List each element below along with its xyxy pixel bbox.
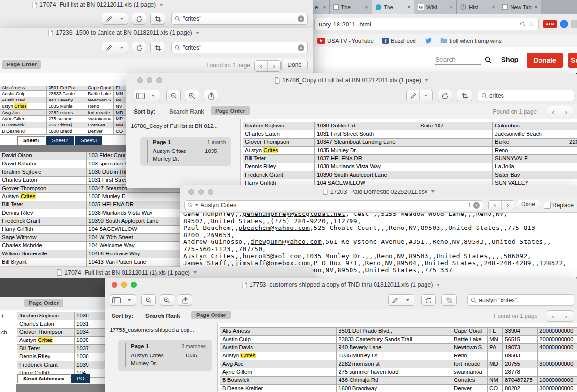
- page-search-icon[interactable]: [520, 21, 526, 27]
- textedit-window-17203-csv[interactable]: Gene Humphrey,,genehumphrey@sbcglobal.ne…: [180, 185, 577, 278]
- rotate-button[interactable]: [132, 42, 146, 53]
- bookmark-star-icon[interactable]: ☆: [528, 21, 534, 28]
- titlebar[interactable]: 17236_1500 to Janice at BN 01182011.xls …: [0, 28, 313, 38]
- prev-match-button[interactable]: ‹: [547, 106, 560, 117]
- find-field[interactable]: Austyn Crites 1 ×: [184, 200, 483, 210]
- sheet-tab[interactable]: PO: [71, 374, 90, 383]
- close-tab-icon[interactable]: ×: [492, 4, 495, 10]
- search-match-card[interactable]: Page 1 1 match Austyn Crites 1035 Munley…: [140, 137, 231, 166]
- titlebar[interactable]: 16786_Copy of Full list at BN 01212011.x…: [126, 73, 577, 88]
- zoom-out-button[interactable]: [141, 294, 156, 306]
- search-field[interactable]: "crites" ×: [171, 42, 308, 53]
- address-bar[interactable]: uary-18-2011-.html ☆: [314, 18, 539, 30]
- pencil-button[interactable]: [389, 295, 401, 305]
- next-match-button[interactable]: ›: [560, 106, 573, 117]
- search-field[interactable]: "crites" ×: [171, 13, 308, 25]
- subscribe-button[interactable]: Su: [568, 53, 577, 68]
- titlebar[interactable]: 17203_Paid Domestic 02252011.csv: [180, 185, 577, 199]
- clear-search-icon[interactable]: ×: [298, 15, 304, 22]
- bookmark-item[interactable]: fBuzzFeed: [382, 38, 416, 44]
- close-tab-icon[interactable]: ×: [323, 4, 326, 10]
- next-match-button[interactable]: ›: [501, 201, 514, 210]
- email-link[interactable]: huero83@aol.com: [242, 253, 301, 260]
- preview-window-17753[interactable]: 17753_customers shipped a copy of TND th…: [105, 278, 577, 392]
- minimize-window-button[interactable]: [147, 77, 152, 83]
- browser-tab[interactable]: Hist×: [457, 0, 499, 14]
- title-chevron-icon[interactable]: [193, 271, 197, 274]
- sheet-tab[interactable]: Sheet1: [17, 136, 45, 145]
- pencil-dropdown[interactable]: [115, 13, 128, 24]
- sort-page-order[interactable]: Page Order: [211, 106, 250, 115]
- pencil-button[interactable]: [102, 42, 115, 53]
- close-tab-icon[interactable]: ×: [365, 4, 368, 10]
- prev-match-button[interactable]: ‹: [255, 61, 267, 71]
- site-search-icon[interactable]: [485, 56, 492, 63]
- crop-button[interactable]: [150, 42, 165, 53]
- prev-match-button[interactable]: ‹: [489, 201, 501, 210]
- sheet-tab[interactable]: Sheet3: [75, 136, 102, 145]
- shop-link[interactable]: Shop: [501, 56, 518, 63]
- minimize-window-button[interactable]: [121, 282, 127, 288]
- browser-tab[interactable]: The×: [372, 0, 414, 14]
- done-button[interactable]: Done: [281, 60, 308, 70]
- preview-window-16786[interactable]: 16786_Copy of Full list at BN 01212011.x…: [126, 73, 577, 188]
- email-link[interactable]: jimstaff@onebox.com: [235, 259, 310, 266]
- browser-tab[interactable]: New Tab×: [499, 0, 541, 14]
- sheet-tab[interactable]: Sheet2: [46, 136, 74, 145]
- prev-match-button[interactable]: ‹: [547, 311, 560, 321]
- bookmark-item[interactable]: [425, 38, 432, 44]
- pencil-dropdown[interactable]: [115, 42, 128, 53]
- titlebar[interactable]: 17753_customers shipped a copy of TND th…: [105, 278, 577, 292]
- pencil-dropdown[interactable]: [419, 90, 432, 101]
- zoom-in-button[interactable]: [185, 90, 199, 101]
- bookmark-item[interactable]: USA TV - YouTube: [317, 38, 374, 44]
- view-dropdown[interactable]: [123, 295, 136, 305]
- sidebar-filename[interactable]: 17753_customers shipped a cop...: [110, 327, 215, 333]
- browser-tab[interactable]: e×: [312, 0, 330, 14]
- email-link[interactable]: pbeachem@yahoo.com: [238, 224, 310, 231]
- rotate-button[interactable]: [421, 294, 436, 306]
- sidebar-view-button[interactable]: [110, 295, 123, 305]
- email-link[interactable]: drewgunn@yahoo.com: [251, 238, 322, 245]
- sort-page-order[interactable]: Page Order: [191, 311, 231, 319]
- rotate-button[interactable]: [438, 90, 452, 101]
- crop-button[interactable]: [150, 13, 165, 25]
- browser-window[interactable]: e×The×The×WWiki×Hist×New Tab× uary-18-20…: [312, 0, 577, 73]
- sort-search-rank[interactable]: Search Rank: [169, 108, 204, 115]
- donate-button[interactable]: Donate: [527, 53, 563, 68]
- share-button[interactable]: [178, 294, 192, 306]
- title-chevron-icon[interactable]: [196, 32, 200, 34]
- page-order-button[interactable]: Page Order: [2, 60, 41, 69]
- done-button[interactable]: Done: [516, 200, 540, 209]
- zoom-window-button[interactable]: [208, 189, 213, 195]
- close-window-button[interactable]: [112, 282, 117, 288]
- pencil-button[interactable]: [102, 13, 115, 24]
- crop-button[interactable]: [441, 294, 457, 306]
- sort-search-rank[interactable]: Search Rank: [145, 313, 180, 319]
- extension-button[interactable]: [571, 20, 577, 28]
- search-field[interactable]: austyn "crites": [467, 294, 574, 306]
- pencil-button[interactable]: [407, 90, 419, 101]
- sidebar-view-button[interactable]: [134, 90, 147, 101]
- browser-tab[interactable]: WWiki×: [414, 0, 457, 14]
- zoom-in-button[interactable]: [160, 294, 174, 306]
- titlebar[interactable]: 17074_Full list at BN 01212011 (1).xls (…: [0, 267, 313, 278]
- replace-checkbox[interactable]: [544, 202, 551, 209]
- search-match-card[interactable]: Page 1 3 matches Austyn Crites 1035 Munl…: [118, 340, 212, 371]
- share-button[interactable]: [204, 90, 218, 101]
- titlebar[interactable]: 17074_Full list at BN 01212011.xls (1 pa…: [0, 0, 313, 10]
- clear-search-icon[interactable]: ×: [473, 202, 480, 209]
- sidebar-filename[interactable]: 16786_Copy of Full list at BN 012...: [131, 123, 238, 129]
- pencil-dropdown[interactable]: [401, 295, 414, 305]
- adblock-extension-button[interactable]: ABP: [543, 20, 557, 28]
- zoom-window-button[interactable]: [131, 282, 137, 288]
- title-chevron-icon[interactable]: [436, 284, 440, 286]
- search-options-icon[interactable]: [195, 204, 198, 206]
- title-chevron-icon[interactable]: [159, 4, 163, 6]
- minimize-window-button[interactable]: [198, 189, 204, 195]
- next-match-button[interactable]: ›: [560, 311, 573, 321]
- bookmark-item[interactable]: troll when trump wins: [440, 38, 502, 44]
- sort-page-order[interactable]: Page Order: [24, 299, 63, 307]
- zoom-out-button[interactable]: [166, 90, 181, 101]
- title-chevron-icon[interactable]: [431, 190, 435, 193]
